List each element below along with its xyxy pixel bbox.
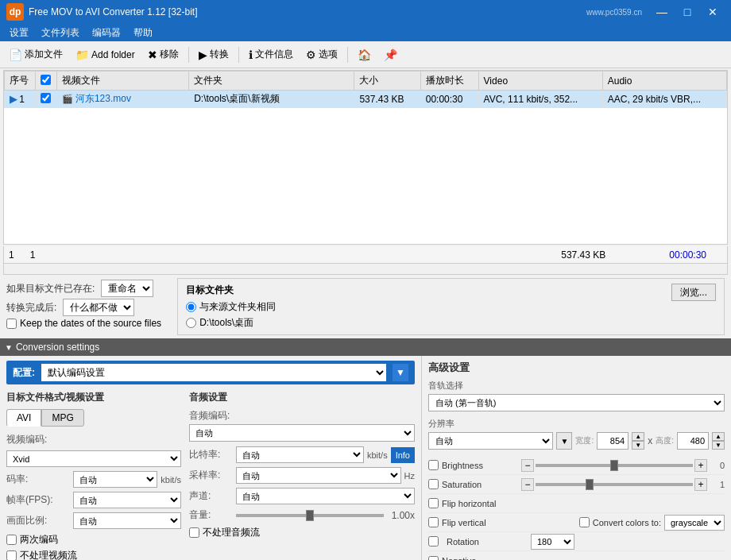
collapse-arrow[interactable]: ▼	[5, 343, 13, 352]
footer-count1: 1	[9, 249, 14, 261]
rotation-checkbox[interactable]	[428, 536, 439, 546]
height-down[interactable]: ▼	[712, 441, 725, 450]
width-down[interactable]: ▼	[632, 441, 644, 450]
maximize-button[interactable]: □	[675, 4, 699, 20]
info-button[interactable]: Info	[391, 447, 415, 463]
menu-filelist[interactable]: 文件列表	[35, 25, 86, 41]
height-up[interactable]: ▲	[712, 432, 725, 441]
tab-mpg[interactable]: MPG	[41, 409, 83, 427]
two-pass-label: 两次编码	[20, 533, 58, 546]
bitrate-select[interactable]: 自动	[73, 471, 157, 488]
options-button[interactable]: ⚙ 选项	[300, 44, 343, 65]
separator-2	[238, 47, 239, 63]
no-process-audio-row: 不处理音频流	[189, 526, 415, 539]
home-button[interactable]: 🏠	[352, 44, 377, 65]
effects-area: Brightness − + 0 Saturation − + 1	[428, 456, 725, 560]
target-folder-title: 目标文件夹	[186, 284, 276, 297]
config-select[interactable]: 默认编码设置	[41, 364, 386, 381]
after-convert-select[interactable]: 什么都不做	[63, 299, 134, 316]
width-input[interactable]	[597, 432, 629, 450]
resolution-select[interactable]: 自动	[428, 432, 553, 450]
saturation-plus[interactable]: +	[694, 478, 707, 491]
convert-colors-label: Convert colors to:	[593, 518, 661, 527]
convert-colors-checkbox[interactable]	[579, 517, 590, 527]
convert-button[interactable]: ▶ 转换	[193, 44, 234, 65]
sample-rate-select[interactable]: 自动	[236, 467, 401, 484]
brightness-minus[interactable]: −	[521, 459, 534, 472]
flip-horizontal-label: Flip horizontal	[442, 499, 521, 508]
row-checkbox[interactable]	[41, 93, 51, 103]
no-video-checkbox[interactable]	[6, 550, 17, 560]
menu-bar: 设置 文件列表 编码器 帮助	[0, 24, 731, 41]
video-codec-label: 视频编码:	[6, 433, 70, 446]
keep-dates-checkbox[interactable]	[6, 319, 17, 329]
same-as-source-radio[interactable]	[186, 302, 196, 312]
settings-area: 配置: 默认编码设置 ▼ 目标文件格式/视频设置 AVI MPG 视频编码: X…	[0, 356, 731, 560]
saturation-checkbox[interactable]	[428, 479, 439, 489]
negative-checkbox[interactable]	[428, 556, 439, 561]
volume-value: 1.00x	[387, 510, 415, 521]
remove-button[interactable]: ✖ 移除	[142, 44, 184, 65]
track-select[interactable]: 自动 (第一音轨)	[428, 394, 725, 411]
browse-button[interactable]: 浏览...	[671, 284, 716, 301]
rotation-select[interactable]: 180 90 270	[531, 534, 574, 550]
resolution-label: 分辨率	[428, 418, 725, 430]
audio-codec-select[interactable]: 自动	[189, 424, 415, 442]
after-convert-row: 转换完成后: 什么都不做	[6, 299, 161, 316]
no-process-audio-checkbox[interactable]	[189, 527, 199, 538]
add-file-button[interactable]: 📄 添加文件	[3, 44, 68, 65]
brightness-checkbox[interactable]	[428, 460, 439, 470]
tab-avi[interactable]: AVI	[6, 409, 41, 427]
video-section-title: 目标文件格式/视频设置	[6, 391, 181, 404]
custom-path-radio[interactable]	[186, 318, 196, 328]
audio-codec-label: 音频编码:	[189, 409, 415, 423]
saturation-slider[interactable]	[536, 483, 693, 486]
same-as-source-label: 与来源文件夹相同	[199, 300, 276, 314]
footer-duration: 00:00:30	[669, 249, 706, 261]
close-button[interactable]: ✕	[701, 4, 725, 20]
brightness-plus[interactable]: +	[694, 459, 707, 472]
two-pass-checkbox[interactable]	[6, 535, 17, 545]
track-label: 音轨选择	[428, 380, 725, 392]
horizontal-scrollbar[interactable]	[3, 264, 728, 275]
rotation-row: Rotation 180 90 270	[428, 532, 725, 551]
select-all-checkbox[interactable]	[41, 75, 51, 85]
flip-vertical-checkbox[interactable]	[428, 517, 439, 527]
if-exists-row: 如果目标文件已存在: 重命名	[6, 280, 161, 297]
table-footer: 1 1 537.43 KB 00:00:30	[3, 246, 728, 264]
minimize-button[interactable]: —	[650, 4, 674, 20]
rotation-label: Rotation	[447, 537, 526, 546]
flip-horizontal-row: Flip horizontal	[428, 494, 725, 513]
watermark: www.pc0359.cn	[586, 8, 642, 17]
menu-help[interactable]: 帮助	[127, 25, 159, 41]
title-controls: — □ ✕	[650, 4, 725, 20]
conversion-settings-label: Conversion settings	[16, 342, 99, 353]
menu-encoder[interactable]: 编码器	[86, 25, 127, 41]
convert-label: 转换	[210, 48, 229, 61]
menu-settings[interactable]: 设置	[3, 25, 35, 41]
aspect-select[interactable]: 自动	[73, 512, 181, 529]
height-input[interactable]	[677, 432, 709, 450]
if-exists-select[interactable]: 重命名	[101, 280, 153, 297]
config-arrow[interactable]: ▼	[393, 364, 408, 381]
file-size: 537.43 KB	[354, 91, 420, 108]
pin-button[interactable]: 📌	[378, 44, 403, 65]
resolution-arrow[interactable]: ▼	[556, 432, 572, 450]
saturation-minus[interactable]: −	[521, 478, 534, 491]
volume-slider[interactable]	[236, 514, 384, 517]
fps-select[interactable]: 自动	[73, 492, 181, 508]
flip-horizontal-checkbox[interactable]	[428, 498, 439, 508]
channels-select[interactable]: 自动	[236, 488, 415, 504]
table-row[interactable]: ▶ 1 🎬 河东123.mov D:\tools\桌面\新视频 537.43 K…	[5, 91, 727, 108]
separator-1	[188, 47, 189, 63]
add-folder-button[interactable]: 📁 Add folder	[70, 44, 141, 65]
width-up[interactable]: ▲	[632, 432, 644, 441]
audio-bitrate-select[interactable]: 自动	[236, 446, 364, 463]
brightness-value: 0	[709, 461, 725, 470]
convert-colors-select[interactable]: grayscale	[664, 515, 725, 531]
file-info-button[interactable]: ℹ 文件信息	[243, 44, 299, 65]
video-codec-select[interactable]: Xvid	[6, 450, 181, 467]
col-name: 视频文件	[56, 71, 189, 91]
aspect-row: 画面比例: 自动	[6, 512, 181, 529]
brightness-slider[interactable]	[536, 464, 693, 467]
